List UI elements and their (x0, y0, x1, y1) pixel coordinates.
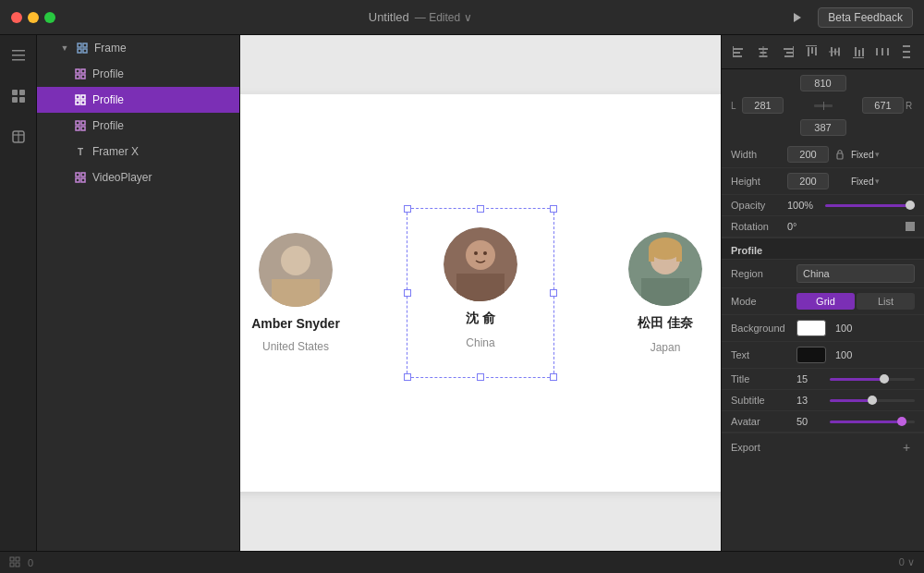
status-right: 0 ∨ (899, 556, 915, 568)
package-icon[interactable] (6, 124, 31, 150)
align-bottom-icon[interactable] (848, 41, 869, 63)
svg-rect-70 (862, 48, 864, 56)
title-value: 15 (796, 373, 824, 384)
svg-rect-69 (858, 50, 860, 56)
svg-rect-57 (786, 52, 793, 54)
grid-icon[interactable] (6, 83, 31, 109)
align-center-v-icon[interactable] (825, 41, 845, 63)
play-button[interactable] (784, 8, 810, 27)
left-icon-strip (0, 35, 37, 551)
svg-rect-49 (734, 52, 740, 54)
subtitle-value: 13 (796, 395, 824, 406)
distribute-h-icon[interactable] (872, 41, 893, 63)
component-icon-2 (74, 93, 87, 106)
export-add-button[interactable]: + (898, 439, 915, 456)
svg-rect-20 (81, 95, 85, 99)
profile-card-matsuda[interactable]: 松田 佳奈 Japan (591, 232, 721, 354)
svg-rect-34 (272, 279, 320, 307)
text-color-swatch[interactable] (796, 347, 826, 363)
rotation-indicator (906, 222, 915, 231)
position-x-input[interactable] (742, 97, 784, 114)
sel-handle-mr (550, 289, 557, 297)
layer-item-framerx[interactable]: T Framer X (37, 139, 239, 165)
mode-row: Mode Grid List (722, 288, 924, 315)
layer-item-videoplayer[interactable]: VideoPlayer (37, 165, 239, 190)
background-swatch[interactable] (796, 320, 826, 336)
background-label: Background (731, 323, 791, 334)
svg-point-40 (483, 251, 487, 255)
mode-toggle: Grid List (796, 293, 915, 310)
height-mode-value: Fixed (851, 177, 873, 187)
align-right-icon[interactable] (777, 41, 797, 63)
svg-rect-44 (641, 278, 689, 306)
svg-rect-59 (793, 46, 794, 57)
title-bar: Untitled — Edited ∨ Beta Feedback (0, 0, 924, 35)
svg-rect-22 (81, 101, 85, 104)
text-icon: T (74, 145, 87, 158)
beta-feedback-button[interactable]: Beta Feedback (818, 7, 913, 28)
close-button[interactable] (11, 12, 22, 23)
position-y-input[interactable] (800, 75, 846, 91)
width-mode-dropdown[interactable]: ▾ (875, 150, 880, 159)
width-mode-value: Fixed (851, 150, 873, 160)
svg-rect-30 (81, 178, 85, 182)
layer-item-profile2[interactable]: Profile (37, 87, 239, 113)
profile-subtitle-shen: China (466, 336, 494, 349)
background-row: Background 100 (722, 315, 924, 342)
layer-label-frame: Frame (94, 42, 127, 55)
sel-handle-tl (404, 205, 411, 213)
align-top-icon[interactable] (801, 41, 821, 63)
svg-rect-1 (12, 50, 25, 52)
sel-handle-bl (404, 373, 411, 381)
profile-name-shen: 沈 俞 (466, 311, 495, 327)
avatar-amber (259, 233, 333, 307)
layer-item-profile1[interactable]: Profile (37, 61, 239, 87)
export-label: Export (731, 442, 898, 453)
layers-status-icon (9, 556, 22, 569)
svg-rect-23 (76, 121, 79, 125)
width-input[interactable] (787, 146, 829, 163)
height-input[interactable] (787, 173, 829, 189)
position-h-input[interactable] (800, 119, 846, 136)
avatar-slider[interactable] (830, 421, 915, 423)
canvas-area[interactable]: Amber Snyder United States (240, 35, 721, 551)
title-label: Title (731, 373, 791, 384)
mode-list-btn[interactable]: List (857, 293, 915, 310)
layer-label-framerx: Framer X (92, 145, 139, 158)
minimize-button[interactable] (28, 12, 39, 23)
svg-rect-61 (811, 47, 813, 54)
width-row: Width Fixed ▾ (722, 141, 924, 168)
svg-rect-76 (903, 51, 910, 53)
distribute-v-icon[interactable] (896, 41, 917, 63)
component-icon-3 (74, 119, 87, 132)
svg-point-36 (466, 240, 495, 270)
align-left-icon[interactable] (729, 41, 749, 63)
component-icon-4 (74, 171, 87, 184)
svg-rect-5 (19, 90, 25, 95)
hamburger-icon[interactable] (6, 43, 31, 68)
fullscreen-button[interactable] (44, 12, 55, 23)
layer-label-profile3: Profile (92, 119, 124, 132)
profile-card-amber[interactable]: Amber Snyder United States (240, 233, 370, 353)
opacity-slider[interactable] (825, 204, 915, 207)
svg-rect-74 (887, 48, 889, 55)
rotation-value: 0° (787, 221, 820, 232)
subtitle-row: Subtitle 13 (722, 390, 924, 411)
svg-rect-78 (837, 153, 843, 159)
title-slider[interactable] (830, 378, 915, 381)
subtitle-slider[interactable] (830, 399, 915, 402)
layer-item-profile3[interactable]: Profile (37, 113, 239, 139)
sel-handle-tm (477, 205, 484, 213)
avatar-shen (444, 227, 517, 301)
svg-rect-68 (855, 47, 857, 56)
svg-rect-12 (83, 43, 87, 47)
layers-panel: ▼ Frame Profile (37, 35, 240, 551)
layer-item-frame[interactable]: ▼ Frame (37, 35, 239, 61)
mode-grid-btn[interactable]: Grid (796, 293, 855, 310)
align-center-h-icon[interactable] (753, 41, 773, 63)
svg-rect-47 (676, 249, 682, 262)
profile-card-shen[interactable]: 沈 俞 China (407, 208, 554, 378)
position-right-input[interactable] (862, 97, 904, 114)
height-mode-dropdown[interactable]: ▾ (875, 177, 880, 186)
region-row: Region China (722, 260, 924, 288)
